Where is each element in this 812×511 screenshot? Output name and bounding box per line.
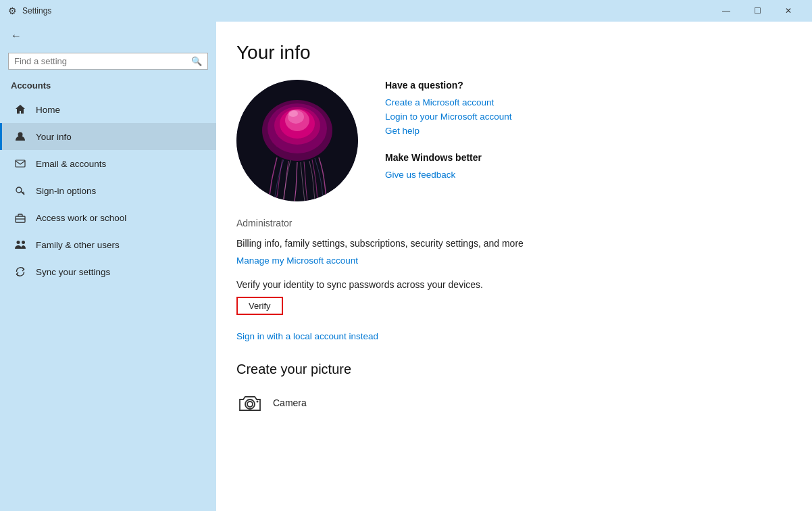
svg-point-16 bbox=[247, 402, 253, 407]
minimize-button[interactable]: — bbox=[711, 0, 742, 22]
camera-row: Camera bbox=[236, 389, 785, 416]
sidebar-section-title: Accounts bbox=[0, 78, 216, 96]
sidebar-item-sign-in-label: Sign-in options bbox=[36, 186, 96, 196]
login-account-link[interactable]: Login to your Microsoft account bbox=[385, 112, 785, 122]
sidebar-item-your-info[interactable]: Your info bbox=[0, 123, 216, 150]
svg-point-14 bbox=[288, 110, 298, 117]
create-picture-title: Create your picture bbox=[236, 362, 785, 377]
sidebar-item-access-work-label: Access work or school bbox=[36, 213, 126, 223]
help-panel: Have a question? Create a Microsoft acco… bbox=[385, 80, 785, 201]
sidebar-item-sign-in[interactable]: Sign-in options bbox=[0, 177, 216, 204]
profile-avatar bbox=[236, 80, 358, 201]
sidebar-item-your-info-label: Your info bbox=[36, 132, 72, 142]
profile-section: Have a question? Create a Microsoft acco… bbox=[236, 80, 785, 201]
key-icon bbox=[13, 185, 28, 196]
sidebar-item-family-label: Family & other users bbox=[36, 240, 120, 250]
create-account-link[interactable]: Create a Microsoft account bbox=[385, 97, 785, 107]
person-icon bbox=[13, 131, 28, 142]
settings-icon: ⚙ bbox=[8, 5, 17, 16]
svg-point-17 bbox=[257, 401, 259, 403]
svg-point-5 bbox=[17, 241, 20, 244]
window-controls: — ☐ ✕ bbox=[711, 0, 804, 22]
family-icon bbox=[13, 239, 28, 250]
sidebar-item-sync-settings[interactable]: Sync your settings bbox=[0, 258, 216, 285]
sign-in-local-link[interactable]: Sign in with a local account instead bbox=[236, 331, 785, 341]
make-windows-better-title: Make Windows better bbox=[385, 152, 785, 163]
give-feedback-link[interactable]: Give us feedback bbox=[385, 170, 785, 180]
svg-point-6 bbox=[22, 241, 25, 244]
main-layout: ← 🔍 Accounts Home Your info Email & acco… bbox=[0, 22, 812, 511]
window-title: Settings bbox=[22, 6, 711, 16]
email-icon bbox=[13, 158, 28, 169]
sidebar-item-email-label: Email & accounts bbox=[36, 159, 106, 169]
titlebar: ⚙ Settings — ☐ ✕ bbox=[0, 0, 812, 22]
have-a-question-title: Have a question? bbox=[385, 80, 785, 91]
sidebar-item-home[interactable]: Home bbox=[0, 96, 216, 123]
back-button[interactable]: ← bbox=[0, 22, 216, 50]
search-icon: 🔍 bbox=[191, 56, 202, 66]
sidebar: ← 🔍 Accounts Home Your info Email & acco… bbox=[0, 22, 216, 511]
back-arrow-icon: ← bbox=[11, 30, 22, 42]
sidebar-item-family-users[interactable]: Family & other users bbox=[0, 231, 216, 258]
camera-icon bbox=[236, 389, 263, 416]
search-input[interactable] bbox=[14, 56, 191, 66]
admin-label: Administrator bbox=[236, 218, 785, 228]
briefcase-icon bbox=[13, 212, 28, 223]
verify-button[interactable]: Verify bbox=[236, 297, 283, 315]
content-area: Your info bbox=[216, 22, 812, 511]
maximize-button[interactable]: ☐ bbox=[742, 0, 773, 22]
home-icon bbox=[13, 104, 28, 115]
verify-text: Verify your identity to sync passwords a… bbox=[236, 279, 785, 290]
sidebar-item-home-label: Home bbox=[36, 105, 60, 115]
sync-icon bbox=[13, 266, 28, 277]
close-button[interactable]: ✕ bbox=[773, 0, 804, 22]
sidebar-item-email-accounts[interactable]: Email & accounts bbox=[0, 150, 216, 177]
billing-text: Billing info, family settings, subscript… bbox=[236, 238, 785, 249]
camera-label: Camera bbox=[273, 397, 307, 408]
get-help-link[interactable]: Get help bbox=[385, 126, 785, 136]
manage-account-link[interactable]: Manage my Microsoft account bbox=[236, 256, 358, 266]
search-box[interactable]: 🔍 bbox=[8, 53, 208, 70]
sidebar-item-sync-label: Sync your settings bbox=[36, 267, 110, 277]
make-windows-better-section: Make Windows better Give us feedback bbox=[385, 152, 785, 180]
sidebar-item-access-work[interactable]: Access work or school bbox=[0, 204, 216, 231]
page-title: Your info bbox=[236, 42, 785, 64]
svg-rect-1 bbox=[16, 160, 25, 167]
